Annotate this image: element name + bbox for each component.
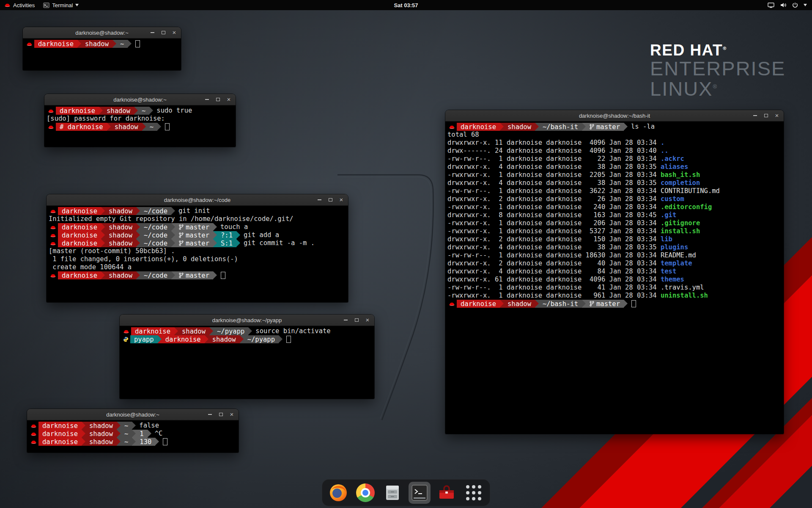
powerline-separator [157,123,161,131]
terminal-text: drwxrwxr-x. 61 darknoise darknoise 4096 … [447,276,661,284]
minimize-button[interactable] [204,97,210,102]
terminal-content[interactable]: darknoiseshadow~sudo true[sudo] password… [44,105,236,147]
terminal-text: false [139,422,159,430]
terminal-line: -rwxrwxr-x. 1 darknoise darknoise 240 Ja… [447,203,784,211]
close-button[interactable] [229,411,235,417]
close-button-glyph [173,30,176,36]
terminal-app-icon [43,3,49,8]
terminal-text: drwxrwxr-x. 4 darknoise darknoise 84 Jan… [447,268,661,276]
prompt-segment-dred: shadow [85,438,117,446]
branch-icon [179,232,184,238]
dock-item-chrome[interactable] [354,482,376,504]
powerline-separator [117,422,121,430]
terminal-text: drwxrwxr-x. 2 darknoise darknoise 40 Jan… [447,260,661,268]
minimize-button[interactable] [343,317,348,323]
titlebar[interactable]: darknoise@shadow:~ [27,409,239,420]
app-menu-terminal[interactable]: Terminal [39,0,83,10]
minimize-button[interactable] [752,113,758,119]
prompt-segment-teal: ?:1 [217,231,236,239]
maximize-button[interactable] [160,30,166,36]
titlebar[interactable]: darknoise@shadow:~/code [47,194,348,206]
powerline-separator [582,300,586,308]
prompt-segment-path: ~/pyapp [244,335,279,343]
minimize-button[interactable] [149,30,155,36]
minimize-button-glyph [344,320,348,320]
terminal-content[interactable]: darknoiseshadow~falsedarknoiseshadow~1^C… [27,420,239,453]
powerline-separator [171,239,175,247]
terminal-cursor [165,123,170,130]
terminal-text: aliases [661,163,688,171]
prompt-segment-dred: shadow [504,300,535,308]
prompt-segment-red: # darknoise [56,123,107,131]
prompt-segment-path: ~/code [140,231,171,239]
prompt-segment-dred: shadow [105,239,136,247]
close-button[interactable] [774,113,780,119]
powerline-separator [171,231,175,239]
window-title: darknoise@shadow:~/code [164,197,230,203]
dock-item-terminal[interactable] [409,482,431,504]
terminal-line: -rwxrwxr-x. 1 darknoise darknoise 961 Ja… [447,292,784,300]
minimize-button[interactable] [316,197,322,203]
dock-item-show-applications[interactable] [463,482,485,504]
terminal-content[interactable]: darknoiseshadow~/bash-itmasterls -latota… [445,121,784,434]
powerline-separator [624,123,628,131]
terminal-line: -rw-rw-r--. 1 darknoise darknoise 41 Jan… [447,284,784,292]
titlebar[interactable]: darknoise@shadow:~/pyapp [120,315,374,326]
close-button[interactable] [171,30,177,36]
system-status-area[interactable] [768,0,812,10]
branch-icon [179,240,184,246]
terminal-line: -rw-rw-r--. 1 darknoise darknoise 22 Jan… [447,155,784,163]
clock[interactable]: Sat 03:57 [394,2,418,8]
powerline-separator [155,438,159,446]
powerline-separator [136,239,140,247]
terminal-content[interactable]: darknoiseshadow~ [23,39,181,70]
terminal-text: Initialized empty Git repository in /hom… [49,215,294,223]
terminal-line: drwxrwxr-x. 4 darknoise darknoise 84 Jan… [447,268,784,276]
gnome-top-bar: Activities Terminal Sat 03:57 [0,0,812,10]
close-button[interactable] [338,197,344,203]
window-title: darknoise@shadow:~ [75,30,129,36]
terminal-line: darknoiseshadow~/codegit init [49,207,348,215]
terminal-line: darknoiseshadow~1^C [29,430,239,438]
dock-item-firefox[interactable] [327,482,349,504]
terminal-line: -rw-rw-r--. 1 darknoise darknoise 3622 J… [447,187,784,195]
close-button-glyph [366,317,370,323]
terminal-window-code: darknoise@shadow:~/codedarknoiseshadow~/… [47,194,348,302]
maximize-button[interactable] [218,411,224,417]
dock-item-software-toolbox[interactable] [436,482,458,504]
hat-icon [30,422,37,430]
titlebar[interactable]: darknoise@shadow:~/bash-it [445,110,784,121]
close-button-glyph [775,113,779,119]
prompt-segment-path: ~/code [140,239,171,247]
titlebar[interactable]: darknoise@shadow:~ [44,94,236,105]
terminal-content[interactable]: darknoiseshadow~/codegit initInitialized… [47,206,348,302]
terminal-text: plugins [661,243,688,251]
terminal-line: pyappdarknoiseshadow~/pyapp [122,335,374,343]
terminal-text: touch a [220,223,248,231]
terminal-content[interactable]: darknoiseshadow~/pyappsource bin/activat… [120,326,374,399]
prompt-segment-red: darknoise [56,107,99,115]
maximize-button[interactable] [215,97,221,102]
prompt-segment-teal: S:1 [217,239,236,247]
terminal-text: total 68 [447,131,479,139]
terminal-line: darknoiseshadow~/bash-itmaster [447,300,784,308]
hat-icon [50,207,56,215]
terminal-text: -rw-rw-r--. 1 darknoise darknoise 3622 J… [447,187,661,195]
activities-button[interactable]: Activities [0,0,39,10]
terminal-text: git add a [244,231,279,239]
powerline-separator [142,123,146,131]
powerline-separator [117,438,121,446]
minimize-button[interactable] [207,411,213,417]
powerline-separator [77,40,81,48]
titlebar[interactable]: darknoise@shadow:~ [23,27,181,39]
window-buttons [149,27,177,38]
dock-item-files[interactable] [381,482,403,504]
close-button[interactable] [365,317,370,323]
close-button[interactable] [226,97,232,102]
maximize-button[interactable] [763,113,769,119]
powerline-separator [148,430,151,438]
maximize-button[interactable] [354,317,359,323]
maximize-button[interactable] [327,197,333,203]
prompt-segment-dred: shadow [111,123,142,131]
files-icon [383,483,402,502]
